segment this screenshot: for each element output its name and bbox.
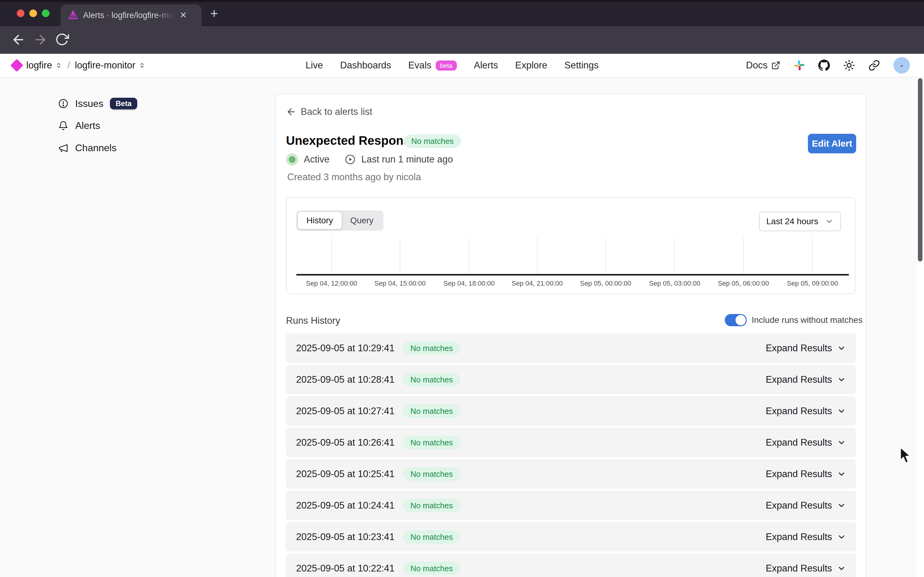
browser-tab-bar: Alerts · logfire/logfire-monitor ✕ + — [0, 0, 924, 26]
chart-gridline — [674, 238, 675, 274]
edit-alert-button[interactable]: Edit Alert — [808, 134, 856, 153]
mouse-cursor — [900, 446, 913, 465]
history-query-tabs: History Query — [297, 210, 384, 230]
run-match-badge: No matches — [403, 562, 460, 575]
chevron-updown-icon — [55, 62, 62, 69]
run-match-badge: No matches — [403, 467, 460, 481]
screenshot-root: Alerts · logfire/logfire-monitor ✕ + log… — [0, 0, 924, 577]
run-timestamp: 2025-09-05 at 10:23:41 — [296, 532, 395, 543]
run-row: 2025-09-05 at 10:26:41 No matches Expand… — [286, 428, 856, 457]
expand-results-button[interactable]: Expand Results — [766, 437, 846, 448]
breadcrumb-separator: / — [67, 60, 70, 71]
time-range-value: Last 24 hours — [766, 217, 818, 226]
page-title: Unexpected Responses — [286, 134, 424, 148]
nav-explore[interactable]: Explore — [515, 60, 547, 71]
run-timestamp: 2025-09-05 at 10:26:41 — [296, 437, 395, 448]
run-row: 2025-09-05 at 10:27:41 No matches Expand… — [286, 396, 856, 425]
nav-dashboards[interactable]: Dashboards — [340, 60, 391, 71]
nav-evals[interactable]: Evalsbeta — [408, 60, 457, 71]
expand-results-button[interactable]: Expand Results — [766, 500, 846, 511]
include-runs-toggle[interactable] — [725, 314, 747, 326]
expand-results-button[interactable]: Expand Results — [766, 343, 846, 354]
history-panel: History Query Last 24 hours Sep 04, 12:0… — [286, 197, 856, 294]
new-tab-button[interactable]: + — [210, 7, 218, 20]
sidebar-item-label: Alerts — [75, 120, 100, 131]
evals-beta-badge: beta — [436, 60, 457, 71]
back-to-alerts-link[interactable]: Back to alerts list — [286, 106, 372, 117]
chart-gridline — [331, 238, 332, 274]
chevron-down-icon — [837, 532, 846, 542]
run-row: 2025-09-05 at 10:28:41 No matches Expand… — [286, 365, 856, 394]
alert-status-badge: No matches — [404, 134, 461, 148]
run-match-badge: No matches — [403, 530, 460, 544]
expand-results-button[interactable]: Expand Results — [766, 563, 846, 574]
back-icon[interactable] — [11, 32, 26, 47]
created-by-label: Created 3 months ago by nicola — [287, 172, 421, 183]
issue-seal-icon — [58, 98, 68, 109]
macos-close-button[interactable] — [17, 10, 24, 17]
chart-gridline — [537, 238, 537, 274]
sidebar-item-issues[interactable]: Issues Beta — [58, 98, 137, 110]
browser-tab[interactable]: Alerts · logfire/logfire-monitor ✕ — [61, 4, 202, 26]
app-header: logfire / logfire-monitor Live Dashboard… — [0, 54, 924, 77]
x-tick-label: Sep 04, 12:00:00 — [297, 279, 366, 287]
forward-icon[interactable] — [33, 32, 48, 47]
expand-results-button[interactable]: Expand Results — [766, 532, 846, 543]
nav-alerts[interactable]: Alerts — [474, 60, 498, 71]
megaphone-icon — [58, 143, 68, 153]
org-name: logfire — [26, 60, 52, 71]
run-match-badge: No matches — [403, 499, 460, 512]
sidebar-item-label: Issues — [75, 98, 103, 110]
time-range-select[interactable]: Last 24 hours — [759, 212, 841, 231]
expand-results-button[interactable]: Expand Results — [766, 406, 846, 417]
project-name: logfire-monitor — [75, 60, 135, 71]
reload-icon[interactable] — [55, 32, 69, 47]
x-tick-label: Sep 05, 09:00:00 — [778, 279, 847, 287]
github-icon[interactable] — [818, 60, 830, 71]
share-link-icon[interactable] — [868, 60, 880, 71]
macos-zoom-button[interactable] — [42, 10, 50, 17]
chevron-down-icon — [837, 343, 846, 353]
tab-query[interactable]: Query — [342, 212, 382, 229]
chevron-down-icon — [837, 501, 846, 510]
chevron-updown-icon — [139, 62, 146, 69]
nav-live[interactable]: Live — [306, 60, 323, 71]
x-tick-label: Sep 04, 21:00:00 — [503, 279, 572, 287]
x-tick-label: Sep 05, 03:00:00 — [640, 279, 709, 287]
chart-gridline — [812, 238, 813, 274]
chevron-down-icon — [825, 217, 834, 226]
run-row: 2025-09-05 at 10:24:41 No matches Expand… — [286, 491, 856, 520]
tab-history[interactable]: History — [298, 212, 342, 229]
favicon-logfire-icon — [68, 10, 78, 21]
chevron-down-icon — [837, 375, 846, 384]
run-row: 2025-09-05 at 10:25:41 No matches Expand… — [286, 459, 856, 488]
run-timestamp: 2025-09-05 at 10:22:41 — [296, 563, 395, 574]
docs-link[interactable]: Docs — [746, 60, 780, 71]
sidebar-item-label: Channels — [75, 142, 116, 154]
theme-sun-icon[interactable] — [843, 60, 855, 71]
chevron-down-icon — [837, 469, 846, 479]
run-timestamp: 2025-09-05 at 10:25:41 — [296, 469, 395, 480]
chart-gridline — [469, 238, 469, 274]
macos-minimize-button[interactable] — [29, 10, 37, 17]
scrollbar-thumb[interactable] — [918, 78, 922, 261]
org-selector[interactable]: logfire — [26, 60, 62, 71]
runs-history-heading: Runs History — [286, 315, 340, 326]
slack-icon[interactable] — [794, 60, 805, 71]
external-link-icon — [771, 61, 780, 70]
expand-results-button[interactable]: Expand Results — [766, 374, 846, 385]
chart-gridline — [605, 238, 606, 274]
user-avatar[interactable]: - — [893, 57, 910, 74]
sidebar-item-channels[interactable]: Channels — [58, 142, 116, 154]
tab-close-icon[interactable]: ✕ — [180, 11, 187, 19]
active-dot-icon — [286, 153, 298, 166]
nav-settings[interactable]: Settings — [564, 60, 598, 71]
run-match-badge: No matches — [403, 342, 460, 355]
include-runs-toggle-row: Include runs without matches — [725, 314, 863, 326]
run-match-badge: No matches — [403, 405, 460, 418]
sidebar-item-alerts[interactable]: Alerts — [58, 120, 100, 131]
project-selector[interactable]: logfire-monitor — [75, 60, 146, 71]
alert-status-row: Active Last run 1 minute ago — [286, 153, 453, 166]
expand-results-button[interactable]: Expand Results — [766, 469, 846, 480]
chart-gridline — [400, 238, 400, 274]
